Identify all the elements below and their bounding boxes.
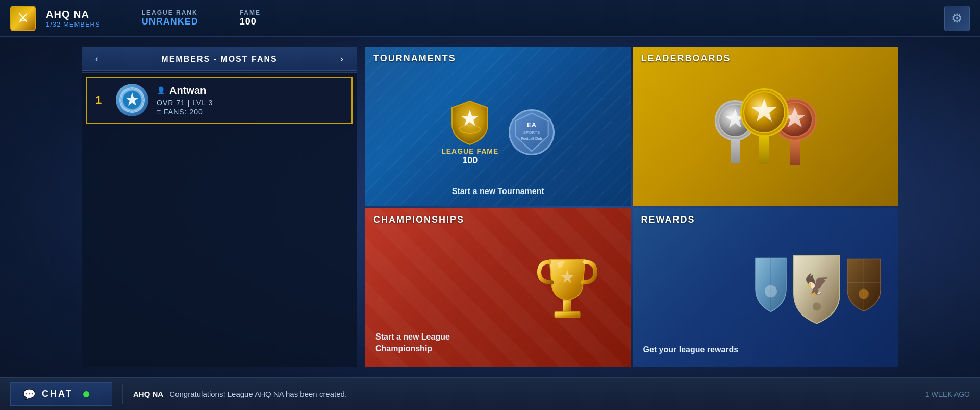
league-fame-shield: LEAGUE FAME 100: [441, 99, 498, 166]
svg-rect-15: [563, 300, 571, 313]
member-info: 👤 Antwan OVR 71 | LVL 3 ≡ FANS: 200: [157, 85, 213, 116]
chat-online-dot: [83, 391, 89, 397]
header-bar: ⚔ AHQ NA 1/32 MEMBERS LEAGUE RANK UNRANK…: [0, 0, 980, 37]
header-divider-1: [121, 8, 121, 29]
svg-point-20: [765, 285, 777, 298]
fame-label: LEAGUE FAME: [441, 147, 498, 155]
ea-fc-logo: EA SPORTS Football Club: [509, 109, 555, 155]
leaderboards-label: LEADERBOARDS: [641, 53, 731, 64]
right-section: TOURNAMENTS: [365, 47, 898, 367]
rewards-panel[interactable]: REWARDS: [633, 208, 899, 368]
chat-bar: 💬 CHAT AHQ NA Congratulations! League AH…: [0, 377, 980, 410]
chat-sender: AHQ NA: [133, 390, 163, 398]
chat-button[interactable]: 💬 CHAT: [10, 382, 112, 406]
member-type-icon: 👤: [157, 86, 165, 94]
table-row[interactable]: 1 👤 Antwan OVR 71 | LVL: [86, 77, 353, 124]
member-stats: OVR 71 | LVL 3: [157, 99, 213, 107]
settings-icon: ⚙: [951, 11, 963, 26]
trophy-area: LEAGUE FAME 100 EA: [441, 99, 555, 166]
member-fans: ≡ FANS: 200: [157, 108, 213, 116]
chat-icon: 💬: [23, 388, 36, 400]
svg-rect-16: [555, 311, 580, 318]
svg-text:🦅: 🦅: [804, 272, 830, 297]
svg-point-22: [813, 303, 821, 311]
prev-arrow[interactable]: ‹: [90, 54, 104, 64]
medals-area: [633, 47, 899, 206]
championships-label: CHAMPIONSHIPS: [373, 214, 464, 225]
league-rank-label: LEAGUE RANK: [142, 9, 198, 16]
fame-stat: FAME 100: [240, 9, 261, 27]
chat-divider: [122, 384, 123, 404]
club-logo: ⚔: [10, 6, 36, 31]
club-badge: [119, 87, 145, 113]
league-rank-stat: LEAGUE RANK UNRANKED: [142, 9, 198, 27]
chat-label: CHAT: [42, 389, 73, 399]
member-rank: 1: [95, 93, 108, 107]
members-list: 1 👤 Antwan OVR 71 | LVL: [82, 72, 357, 367]
club-name: AHQ NA: [46, 9, 100, 20]
championships-panel[interactable]: CHAMPIONSHIPS: [365, 208, 631, 368]
svg-text:EA: EA: [527, 120, 536, 128]
chat-message-text: Congratulations! League AHQ NA has been …: [169, 390, 347, 398]
fame-value-display: 100: [462, 155, 478, 166]
championships-action: Start a new League Championship: [375, 331, 503, 354]
members-panel: ‹ MEMBERS - MOST FANS › 1: [82, 47, 357, 367]
avatar: [116, 84, 148, 116]
members-header: ‹ MEMBERS - MOST FANS ›: [82, 47, 357, 71]
tournament-action: Start a new Tournament: [365, 187, 631, 196]
header-club-info: AHQ NA 1/32 MEMBERS: [46, 9, 100, 28]
member-name: Antwan: [169, 85, 206, 97]
fame-label: FAME: [240, 9, 261, 16]
leaderboards-panel[interactable]: LEADERBOARDS: [633, 47, 899, 206]
tournaments-content: LEAGUE FAME 100 EA: [365, 47, 631, 206]
members-title: MEMBERS - MOST FANS: [104, 55, 335, 64]
fame-value: 100: [240, 16, 261, 27]
svg-point-25: [859, 289, 869, 299]
rewards-action: Get your league rewards: [643, 345, 739, 354]
gold-medal: [740, 88, 789, 164]
main-content: ‹ MEMBERS - MOST FANS › 1: [0, 37, 980, 377]
rewards-label: REWARDS: [641, 214, 695, 225]
league-rank-value: UNRANKED: [142, 16, 198, 27]
member-name-row: 👤 Antwan: [157, 85, 213, 97]
chat-timestamp: 1 WEEK AGO: [925, 390, 970, 398]
settings-button[interactable]: ⚙: [944, 6, 970, 31]
chat-message: AHQ NA Congratulations! League AHQ NA ha…: [133, 390, 925, 398]
members-count: 1/32 MEMBERS: [46, 20, 100, 28]
svg-text:SPORTS: SPORTS: [523, 130, 540, 135]
svg-text:Football Club: Football Club: [521, 137, 542, 140]
next-arrow[interactable]: ›: [335, 54, 348, 64]
header-divider-2: [219, 8, 219, 29]
tournaments-panel[interactable]: TOURNAMENTS: [365, 47, 631, 206]
